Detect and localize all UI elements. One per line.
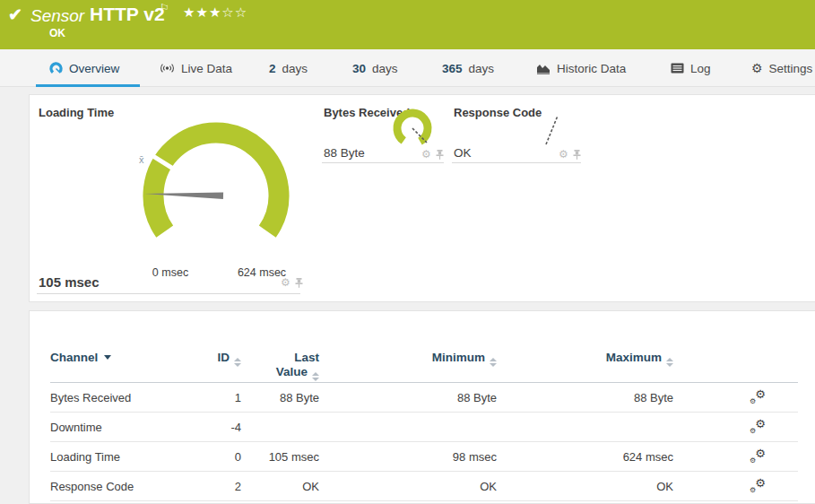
tab-historic-data[interactable]: Historic Data	[536, 49, 626, 87]
tab-2-days-unit: days	[282, 62, 308, 75]
pin-icon[interactable]	[573, 150, 581, 160]
tab-historic-data-label: Historic Data	[557, 62, 626, 75]
broadcast-icon	[160, 62, 175, 74]
status-ok-check-icon: ✔	[8, 4, 22, 25]
tab-2-days-number: 2	[269, 62, 276, 75]
column-header-last-value[interactable]: Last Value	[230, 351, 319, 381]
log-list-icon	[671, 63, 684, 74]
channel-settings-icon[interactable]: ⚙ ⚙	[750, 449, 766, 464]
table-row-loading-time: Loading Time 0 105 msec 98 msec 624 msec…	[50, 442, 798, 472]
mean-marker: x̄	[139, 154, 144, 165]
cell-maximum: 624 msec	[497, 450, 673, 464]
column-header-id-label: ID	[218, 351, 230, 364]
tab-settings-label: Settings	[769, 62, 813, 75]
stars-empty[interactable]: ☆☆	[221, 4, 247, 20]
tab-live-data-label: Live Data	[181, 62, 232, 75]
cell-last-value: 105 msec	[241, 450, 319, 464]
gear-icon: ⚙	[755, 418, 766, 430]
cell-channel[interactable]: Downtime	[50, 421, 207, 434]
bytes-received-value: 88 Byte	[324, 146, 365, 160]
tab-30-days-number: 30	[352, 62, 366, 75]
tab-30-days[interactable]: 30 days	[352, 49, 398, 87]
tab-365-days-unit: days	[469, 62, 495, 75]
cell-id: 1	[207, 391, 241, 404]
tab-30-days-unit: days	[372, 62, 398, 75]
loading-time-actions: ⚙	[281, 277, 303, 288]
pin-icon[interactable]	[295, 278, 303, 288]
table-row-downtime: Downtime -4 ⚙ ⚙	[50, 413, 798, 442]
tab-overview-label: Overview	[69, 62, 119, 75]
cell-channel[interactable]: Response Code	[50, 480, 207, 493]
tab-overview[interactable]: Overview	[49, 49, 119, 87]
gauge-needle	[546, 116, 558, 144]
gear-icon[interactable]: ⚙	[559, 149, 568, 160]
column-header-minimum-label: Minimum	[432, 351, 485, 364]
channel-settings-icon[interactable]: ⚙ ⚙	[750, 479, 766, 493]
sensor-status-text: OK	[49, 27, 65, 39]
tab-settings[interactable]: ⚙ Settings	[751, 49, 812, 87]
cell-id: 2	[207, 480, 241, 493]
tab-365-days-number: 365	[442, 62, 463, 75]
sort-icon	[490, 358, 497, 367]
area-chart-icon	[536, 63, 551, 74]
cell-maximum: OK	[497, 480, 673, 493]
column-header-channel-label: Channel	[50, 351, 98, 364]
priority-flag-icon[interactable]: ⚐	[160, 2, 169, 14]
divider	[452, 162, 581, 163]
tab-log[interactable]: Log	[671, 49, 711, 87]
column-header-id[interactable]: ID	[152, 351, 241, 367]
response-code-value: OK	[454, 146, 472, 160]
column-header-value-label: Value	[276, 365, 308, 378]
table-row-response-code: Response Code 2 OK OK OK ⚙ ⚙	[50, 472, 798, 501]
channel-settings-icon[interactable]: ⚙ ⚙	[750, 390, 766, 404]
cell-minimum: 98 msec	[319, 450, 497, 464]
loading-time-value: 105 msec	[39, 274, 100, 290]
divider	[37, 293, 300, 294]
response-code-title: Response Code	[454, 106, 542, 119]
tab-log-label: Log	[690, 62, 711, 75]
cell-id: -4	[207, 421, 241, 434]
gear-icon-small: ⚙	[750, 428, 756, 435]
gear-icon-small: ⚙	[750, 457, 756, 465]
cell-last-value: OK	[241, 480, 319, 493]
pin-icon[interactable]	[436, 150, 444, 160]
sensor-status-bar: ✔ Sensor HTTP v2 ⚐ ★★★☆☆ OK	[0, 0, 815, 49]
column-header-last-label: Last	[294, 351, 319, 364]
cell-minimum: 88 Byte	[319, 391, 497, 404]
channels-table-panel: Channel ID Last Value Minimum Maximum By…	[29, 310, 815, 504]
column-header-maximum[interactable]: Maximum	[584, 351, 673, 367]
column-header-channel[interactable]: Channel	[50, 351, 111, 364]
loading-time-scale-min: 0 msec	[134, 266, 206, 279]
cell-channel[interactable]: Loading Time	[50, 450, 207, 464]
bytes-received-actions: ⚙	[421, 149, 444, 160]
cell-channel[interactable]: Bytes Received	[50, 391, 207, 404]
cell-maximum: 88 Byte	[497, 391, 673, 404]
channel-settings-icon[interactable]: ⚙ ⚙	[750, 420, 766, 434]
divider	[322, 162, 444, 163]
loading-time-title: Loading Time	[39, 106, 114, 119]
active-tab-underline	[36, 84, 140, 87]
column-header-minimum[interactable]: Minimum	[407, 351, 497, 367]
gauge-icon	[49, 62, 63, 75]
gear-icon: ⚙	[755, 448, 766, 459]
cell-last-value: 88 Byte	[241, 391, 319, 404]
settings-gear-icon: ⚙	[751, 62, 763, 74]
cell-id: 0	[207, 450, 241, 464]
loading-time-gauge: x̄	[123, 102, 309, 269]
sort-icon	[666, 358, 673, 367]
gear-icon[interactable]: ⚙	[421, 149, 431, 160]
sensor-title: HTTP v2	[90, 4, 165, 25]
gear-icon-small: ⚙	[750, 398, 756, 405]
tab-2-days[interactable]: 2 days	[269, 49, 308, 87]
gear-icon-small: ⚙	[750, 487, 756, 494]
sort-caret-down-icon	[104, 355, 111, 360]
bytes-received-gauge	[392, 108, 433, 149]
tab-365-days[interactable]: 365 days	[442, 49, 494, 87]
channel-rows: Bytes Received 1 88 Byte 88 Byte 88 Byte…	[50, 383, 798, 501]
stars-filled[interactable]: ★★★	[183, 4, 221, 20]
tab-live-data[interactable]: Live Data	[160, 49, 232, 87]
gear-icon[interactable]: ⚙	[281, 277, 290, 288]
priority-stars[interactable]: ★★★☆☆	[183, 4, 247, 21]
gear-icon: ⚙	[755, 388, 766, 400]
sensor-type-label: Sensor	[30, 6, 84, 26]
